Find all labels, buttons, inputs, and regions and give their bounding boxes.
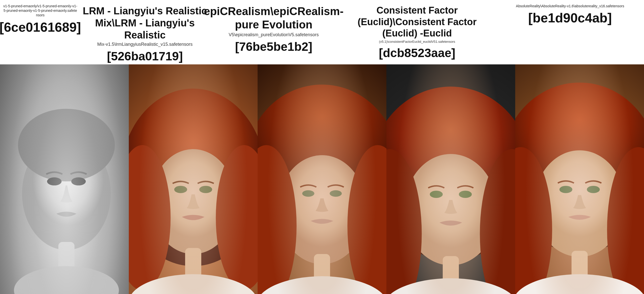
model-hash-col4: [dcb8523aae] [379, 46, 455, 60]
face-overlay-col2 [129, 64, 258, 294]
face-overlay-col3 [258, 64, 386, 294]
portrait-col1 [0, 64, 129, 294]
model-name-col4: Consistent Factor (Euclid)\Consistent Fa… [340, 5, 494, 39]
model-hash-col5: [be1d90c4ab] [528, 10, 612, 25]
model-hash-col2: [526ba01719] [107, 49, 183, 63]
model-hash-col1: [6ce0161689] [0, 20, 81, 35]
portrait-col5 [515, 64, 644, 294]
model-info-col3: epiCRealism\epiCRealism-pure Evolution V… [209, 3, 338, 55]
portrait-col2 [129, 64, 258, 294]
model-path-col3: epiCRealism\epiCRealism-pure Evolution [204, 5, 343, 31]
model-info-col1: v1-5-pruned-emaonly/v1-5-pruned-emaonly-… [0, 3, 80, 36]
portrait-col3 [258, 64, 386, 294]
model-path-col5: AbsoluteReality\AbsoluteReality-v1.6\abs… [516, 4, 624, 8]
images-row [0, 64, 644, 294]
header-row: v1-5-pruned-emaonly/v1-5-pruned-emaonly-… [0, 0, 644, 64]
model-file-col3: V5\epicrealism_pureEvolutionV5.safetenso… [229, 32, 319, 38]
model-name-col2: LRM - Liangyiu's Realistic Mix\LRM - Lia… [83, 5, 207, 41]
page: v1-5-pruned-emaonly/v1-5-pruned-emaonly-… [0, 0, 644, 294]
face-overlay-col4 [386, 64, 515, 294]
face-overlay-col5 [515, 64, 644, 294]
portrait-col4 [386, 64, 515, 294]
model-info-col5: AbsoluteReality\AbsoluteReality-v1.6\abs… [496, 3, 644, 27]
face-overlay-col1 [0, 64, 129, 294]
model-info-col2: LRM - Liangyiu's Realistic Mix\LRM - Lia… [80, 3, 209, 64]
model-info-col4: Consistent Factor (Euclid)\Consistent Fa… [338, 3, 496, 61]
model-hash-col3: [76be5be1b2] [235, 40, 312, 54]
model-file-col2: Mix-v1.5\lrmLiangyiusRealistic_v15.safet… [97, 41, 192, 47]
model-file-col4: (v5.1)\consistentFactorEuclid_euclidV51.… [379, 40, 455, 44]
model-path-col1: v1-5-pruned-emaonly/v1-5-pruned-emaonly-… [3, 4, 78, 18]
